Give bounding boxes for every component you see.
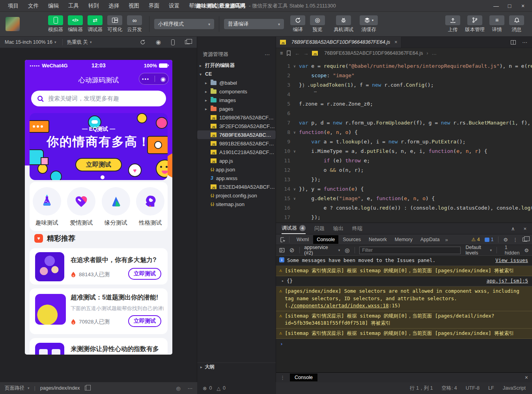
debugger-toggle-button[interactable]: ⇄ 调试器 <box>88 15 103 33</box>
category-爱情测试[interactable]: 爱情测试 <box>67 187 95 231</box>
menu-item-帮助[interactable]: 帮助 <box>184 2 204 9</box>
close-button[interactable]: × <box>517 3 529 9</box>
eol-type[interactable]: LF <box>488 385 494 391</box>
editor-tab[interactable]: JS 76B9FE638A52ABCF10DF96648367FE64.js × <box>276 37 401 48</box>
menu-item-选择[interactable]: 选择 <box>104 2 124 9</box>
mode-select[interactable]: 小程序模式▾ <box>154 19 214 29</box>
sidebar-toggle-icon[interactable] <box>279 247 285 253</box>
panel-tab-问题[interactable]: 问题 <box>314 223 325 234</box>
code-area[interactable]: ⋯ 1∨var e = require("@babel/runtime/help… <box>276 58 532 223</box>
live-expression-icon[interactable]: ◎ <box>345 247 349 253</box>
forward-icon[interactable]: → <box>303 50 308 56</box>
compile-button[interactable]: 编译 <box>290 15 305 33</box>
page-path-select[interactable]: 页面路径 <box>5 385 24 392</box>
preview-button[interactable]: ◎ 预览 <box>310 15 325 33</box>
cloud-dev-button[interactable]: ∞ 云开发 <box>127 15 142 33</box>
upload-button[interactable]: 上传 <box>445 15 460 33</box>
code-line[interactable]: 7var p, d = new r.form_up.FormUploader(f… <box>276 118 532 128</box>
code-line[interactable]: 3}）.uploadToken(1), f = new r.conf.Confi… <box>276 80 532 90</box>
tree-item-CE[interactable]: ▾CE <box>197 70 276 78</box>
menu-item-项目[interactable]: 项目 <box>3 2 23 9</box>
outline-icon[interactable]: ≡ <box>280 50 283 56</box>
copy-icon[interactable] <box>85 386 89 390</box>
code-line[interactable]: 17 }); <box>276 213 532 222</box>
code-line[interactable]: 16 e ? console.log(u.red(e)) : (console.… <box>276 203 532 213</box>
more-actions-icon[interactable]: ⋯ <box>265 52 270 58</box>
menu-item-编辑[interactable]: 编辑 <box>43 2 63 9</box>
console-link[interactable]: /components/alertad/index.wxss:18 <box>291 303 388 309</box>
device-frame-icon[interactable] <box>171 39 175 45</box>
tab-overflow-icon[interactable]: » <box>445 237 448 243</box>
back-icon[interactable]: ← <box>295 50 300 56</box>
panel-tab-输出[interactable]: 输出 <box>333 223 343 234</box>
editor-toggle-button[interactable]: </> 编辑器 <box>68 15 83 33</box>
clear-console-icon[interactable]: ⊘ <box>289 247 295 254</box>
menu-item-视图[interactable]: 视图 <box>124 2 144 9</box>
code-line[interactable]: 15∨ g.delete("image", e, function(e, n, … <box>276 194 532 203</box>
maximize-button[interactable]: □ <box>504 3 515 9</box>
banner-test-button[interactable]: 立即测试 <box>75 158 122 171</box>
multi-window-icon[interactable] <box>185 40 190 44</box>
test-card[interactable]: 超准测试：5道题测出你的潜能!下面的五道小测试题能帮你找到自己的潜能...709… <box>30 288 168 334</box>
tree-item-app.js[interactable]: JSapp.js <box>197 156 276 165</box>
close-tab-icon[interactable]: × <box>394 39 397 45</box>
messages-button[interactable]: 消息 <box>509 15 524 33</box>
warning-count[interactable]: ⚠4 <box>471 237 480 242</box>
cursor-position[interactable]: 行 1，列 1 <box>410 385 433 392</box>
tree-item-E52ED4948A52ABCF83...[interactable]: JSE52ED4948A52ABCF83... <box>197 182 276 191</box>
eq-test-banner[interactable]: ♥ — EQ测试 — 你的情商有多高！ 立即测试 <box>30 113 168 180</box>
devtools-tab-wxml[interactable]: Wxml <box>293 235 312 244</box>
issue-count[interactable]: 1 <box>485 237 494 242</box>
console-filter-input[interactable] <box>359 247 461 254</box>
console-prompt[interactable]: › <box>276 339 532 349</box>
restart-icon[interactable] <box>140 39 146 45</box>
log-levels-select[interactable]: Default levels▾ <box>465 245 492 256</box>
console-source-link[interactable]: View issues <box>488 257 528 264</box>
devtools-tab-appdata[interactable]: AppData <box>417 235 443 244</box>
category-性格测试[interactable]: 性格测试 <box>136 187 164 231</box>
language-mode[interactable]: JavaScript <box>503 385 526 391</box>
tree-item-76B9FE638A52ABCF10...[interactable]: JS76B9FE638A52ABCF10... <box>197 130 276 139</box>
code-line[interactable]: 11 if (e) throw e; <box>276 156 532 165</box>
tree-item-A1901C218A52ABCFC7...[interactable]: JSA1901C218A52ABCFC7... <box>197 148 276 156</box>
tree-item-打开的编辑器[interactable]: ▸打开的编辑器 <box>197 61 276 70</box>
close-panel-icon[interactable]: × <box>523 226 526 232</box>
tree-item-1D8980678A52ABCF7B...[interactable]: JS1D8980678A52ABCF7B... <box>197 113 276 122</box>
minimize-button[interactable]: — <box>490 3 502 9</box>
devtools-tab-sources[interactable]: Sources <box>339 235 364 244</box>
tree-item-sitemap.json[interactable]: {..}sitemap.json <box>197 200 276 208</box>
wechat-capsule[interactable]: ●●● ◉ <box>139 73 169 85</box>
code-line[interactable]: 13 }); <box>276 175 532 184</box>
expand-icon[interactable]: ▸ <box>282 278 284 284</box>
path-more-icon[interactable]: ⋯ <box>188 385 193 391</box>
code-line[interactable]: 12 o && o(n, r); <box>276 165 532 175</box>
settings-gear-icon[interactable]: ⚙ <box>503 237 508 243</box>
category-趣味测试[interactable]: 趣味测试 <box>33 187 61 231</box>
hot-reload-toggle[interactable]: 热重载 关 <box>67 39 88 46</box>
close-drawer-icon[interactable]: × <box>525 374 528 381</box>
devtools-tab-memory[interactable]: Memory <box>391 235 416 244</box>
footer-console-tab[interactable]: Console <box>290 374 317 381</box>
simulator-toggle-button[interactable]: 模拟器 <box>48 15 63 33</box>
code-line[interactable]: 8∨function(e, n, o) { <box>276 128 532 137</box>
more-icon[interactable]: ●●● <box>142 77 149 81</box>
code-line[interactable]: 9 var a = t.lookup(e), i = new r.form_up… <box>276 137 532 147</box>
tree-item-@babel[interactable]: ▸@babel <box>197 78 276 87</box>
tree-item-components[interactable]: ▸components <box>197 87 276 96</box>
menu-item-转到[interactable]: 转到 <box>84 2 104 9</box>
device-select[interactable]: Mac 15-inch 100% 16 <box>5 39 52 45</box>
tree-item-app.wxss[interactable]: 3app.wxss <box>197 174 276 182</box>
code-line[interactable]: 14∨}), y = function(e) { <box>276 184 532 194</box>
search-input[interactable]: 搜索关键词，发现更多有趣 <box>31 91 166 106</box>
menu-item-文件[interactable]: 文件 <box>23 2 43 9</box>
panel-tab-调试器[interactable]: 调试器4 <box>282 223 306 234</box>
details-button[interactable]: ≡ 详情 <box>489 15 504 33</box>
code-line[interactable]: 2 scope: "image" <box>276 71 532 80</box>
console-source-link[interactable]: app.js? [sm]:5 <box>480 277 528 284</box>
problems-summary[interactable]: ⊗0 △0 <box>197 382 276 394</box>
fold-ellipsis[interactable]: ⋯ <box>314 89 317 95</box>
indentation[interactable]: 空格: 4 <box>442 385 457 392</box>
panel-tab-终端[interactable]: 终端 <box>352 223 362 234</box>
bookmark-icon[interactable] <box>286 50 291 56</box>
version-control-button[interactable]: 版本管理 <box>465 15 485 33</box>
